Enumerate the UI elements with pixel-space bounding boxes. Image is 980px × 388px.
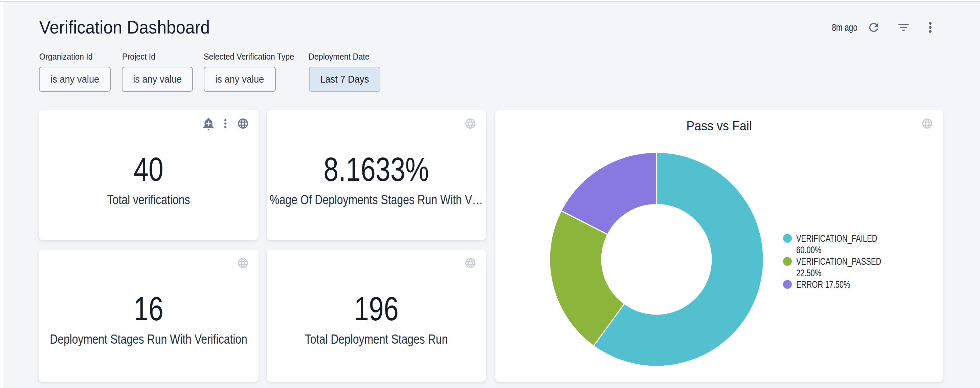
filter-value-project-id[interactable]: is any value xyxy=(122,67,193,92)
tile-value: 196 xyxy=(288,292,465,326)
refresh-button[interactable] xyxy=(867,21,880,34)
legend-dot xyxy=(783,234,792,243)
globe-icon[interactable] xyxy=(237,257,249,269)
legend-label: VERIFICATION_PASSED 22.50% xyxy=(796,255,864,279)
dashboard-filters-button[interactable] xyxy=(897,21,910,34)
legend-item-verification_passed[interactable]: VERIFICATION_PASSED 22.50% xyxy=(783,255,888,279)
legend-item-verification_failed[interactable]: VERIFICATION_FAILED 60.00% xyxy=(783,233,888,255)
chart-title: Pass vs Fail xyxy=(513,118,925,134)
legend-dot xyxy=(783,280,792,289)
tile-label: %age Of Deployments Stages Run With V… xyxy=(213,192,539,207)
tile-kebab-menu-icon[interactable] xyxy=(219,117,232,130)
tile-percentage-deployments-stages: 8.1633% %age Of Deployments Stages Run W… xyxy=(267,110,486,240)
alert-bell-plus-icon[interactable] xyxy=(202,117,215,130)
globe-icon[interactable] xyxy=(464,118,476,130)
filter-label-deployment-date: Deployment Date xyxy=(309,51,369,62)
tile-deployment-stages-run-with-verification: 16 Deployment Stages Run With Verificati… xyxy=(38,249,259,382)
refresh-icon xyxy=(867,21,880,34)
globe-icon[interactable] xyxy=(237,118,249,130)
legend-label: ERROR 17.50% xyxy=(796,279,864,290)
filter-label-selected-verification-type: Selected Verification Type xyxy=(204,51,294,62)
last-refresh-time: 8m ago xyxy=(832,21,858,34)
dashboard-actions-button[interactable] xyxy=(922,19,939,35)
tile-pass-vs-fail-chart: Pass vs Fail VERIFICATION_FAILED 60.00%V… xyxy=(495,110,943,382)
tile-value: 40 xyxy=(60,153,237,186)
tile-total-verifications: 40 Total verifications xyxy=(38,110,259,240)
dashboard-page: Verification Dashboard 8m ago Organizati… xyxy=(3,2,980,388)
filter-value-organization-id[interactable]: is any value xyxy=(39,67,111,92)
legend-label: VERIFICATION_FAILED 60.00% xyxy=(796,233,864,255)
tile-label: Total Deployment Stages Run xyxy=(213,332,539,347)
tile-value: 16 xyxy=(60,292,237,326)
page-title: Verification Dashboard xyxy=(39,17,210,37)
globe-icon[interactable] xyxy=(921,118,933,130)
donut-chart[interactable] xyxy=(538,141,775,378)
legend-dot xyxy=(783,257,792,266)
tile-total-deployment-stages-run: 196 Total Deployment Stages Run xyxy=(267,249,486,382)
tile-value: 8.1633% xyxy=(288,153,465,186)
legend-item-error[interactable]: ERROR 17.50% xyxy=(783,279,888,290)
globe-icon[interactable] xyxy=(464,257,476,269)
filter-list-icon xyxy=(897,21,910,34)
filter-label-organization-id: Organization Id xyxy=(39,51,93,62)
chart-legend: VERIFICATION_FAILED 60.00%VERIFICATION_P… xyxy=(783,233,888,290)
kebab-menu-icon xyxy=(922,19,939,35)
filter-value-selected-verification-type[interactable]: is any value xyxy=(204,67,276,92)
filter-value-deployment-date[interactable]: Last 7 Days xyxy=(309,67,380,92)
filter-label-project-id: Project Id xyxy=(122,51,155,62)
